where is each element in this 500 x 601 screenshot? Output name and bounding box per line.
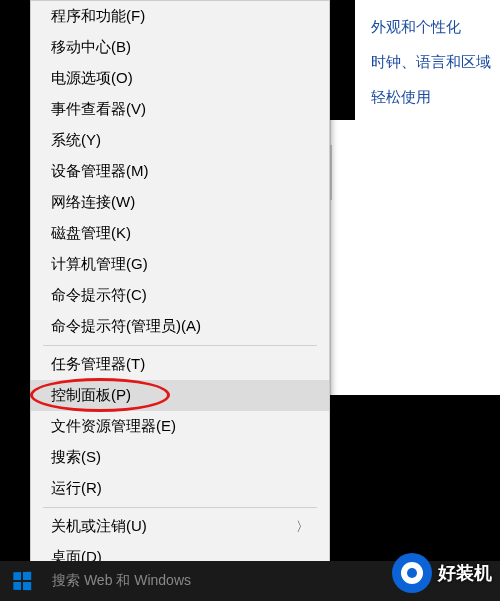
menu-device-manager[interactable]: 设备管理器(M) — [31, 156, 329, 187]
taskbar-search[interactable]: 搜索 Web 和 Windows — [44, 572, 191, 590]
menu-label: 设备管理器(M) — [51, 162, 149, 181]
watermark-logo-icon — [392, 553, 432, 593]
menu-task-manager[interactable]: 任务管理器(T) — [31, 349, 329, 380]
menu-label: 搜索(S) — [51, 448, 101, 467]
menu-power-options[interactable]: 电源选项(O) — [31, 63, 329, 94]
menu-label: 事件查看器(V) — [51, 100, 146, 119]
menu-network-connections[interactable]: 网络连接(W) — [31, 187, 329, 218]
menu-event-viewer[interactable]: 事件查看器(V) — [31, 94, 329, 125]
start-button[interactable] — [0, 561, 44, 601]
right-link-ease[interactable]: 轻松使用 — [371, 80, 495, 115]
menu-label: 命令提示符(C) — [51, 286, 147, 305]
menu-label: 程序和功能(F) — [51, 7, 145, 26]
menu-system[interactable]: 系统(Y) — [31, 125, 329, 156]
menu-label: 命令提示符(管理员)(A) — [51, 317, 201, 336]
menu-label: 移动中心(B) — [51, 38, 131, 57]
watermark-text: 好装机 — [438, 561, 492, 585]
menu-disk-management[interactable]: 磁盘管理(K) — [31, 218, 329, 249]
winx-context-menu: 程序和功能(F) 移动中心(B) 电源选项(O) 事件查看器(V) 系统(Y) … — [30, 0, 330, 574]
right-link-clock[interactable]: 时钟、语言和区域 — [371, 45, 495, 80]
dark-background — [330, 395, 500, 565]
menu-programs-features[interactable]: 程序和功能(F) — [31, 1, 329, 32]
menu-label: 磁盘管理(K) — [51, 224, 131, 243]
chevron-right-icon: 〉 — [296, 518, 309, 536]
menu-label: 关机或注销(U) — [51, 517, 147, 536]
menu-label: 网络连接(W) — [51, 193, 135, 212]
menu-computer-management[interactable]: 计算机管理(G) — [31, 249, 329, 280]
menu-shutdown-signout[interactable]: 关机或注销(U) 〉 — [31, 511, 329, 542]
menu-label: 任务管理器(T) — [51, 355, 145, 374]
menu-separator — [43, 507, 317, 508]
menu-cmd-admin[interactable]: 命令提示符(管理员)(A) — [31, 311, 329, 342]
menu-run[interactable]: 运行(R) — [31, 473, 329, 504]
menu-separator — [43, 345, 317, 346]
windows-logo-icon — [13, 572, 31, 591]
background-panel — [330, 120, 500, 395]
menu-label: 电源选项(O) — [51, 69, 133, 88]
menu-cmd[interactable]: 命令提示符(C) — [31, 280, 329, 311]
menu-search[interactable]: 搜索(S) — [31, 442, 329, 473]
watermark: 好装机 — [392, 553, 492, 593]
menu-label: 控制面板(P) — [51, 386, 131, 405]
menu-label: 文件资源管理器(E) — [51, 417, 176, 436]
menu-control-panel[interactable]: 控制面板(P) — [31, 380, 329, 411]
menu-mobility-center[interactable]: 移动中心(B) — [31, 32, 329, 63]
menu-file-explorer[interactable]: 文件资源管理器(E) — [31, 411, 329, 442]
menu-label: 运行(R) — [51, 479, 102, 498]
menu-label: 系统(Y) — [51, 131, 101, 150]
menu-label: 计算机管理(G) — [51, 255, 148, 274]
right-link-appearance[interactable]: 外观和个性化 — [371, 10, 495, 45]
